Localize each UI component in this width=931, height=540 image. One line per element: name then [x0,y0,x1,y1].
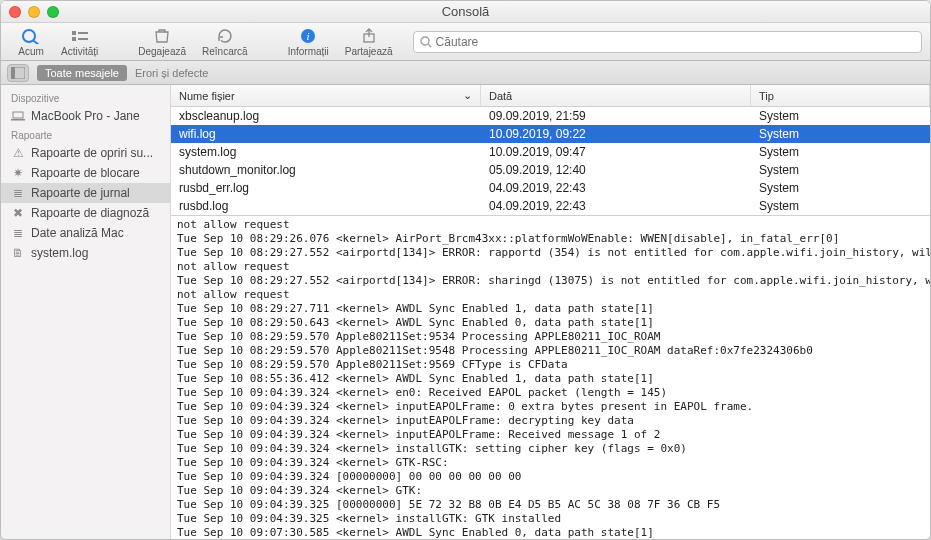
svg-rect-14 [11,119,25,121]
sidebar-item-label: Rapoarte de opriri su... [31,146,153,160]
sidebar-item-label: Rapoarte de blocare [31,166,140,180]
info-label: Informații [288,46,329,57]
log-content[interactable]: not allow request Tue Sep 10 08:29:26.07… [171,216,930,539]
now-icon [20,27,42,45]
reload-icon [214,27,236,45]
main: Nume fișier ⌄ Dată Tip xbscleanup.log09.… [171,85,930,539]
sidebar-report-item[interactable]: ≣Rapoarte de jurnal [1,183,170,203]
sidebar-item-label: system.log [31,246,88,260]
report-icon: ✷ [11,166,25,180]
cell-date: 04.09.2019, 22:43 [481,197,751,215]
sidebar-item-label: Date analiză Mac [31,226,124,240]
log-table: Nume fișier ⌄ Dată Tip xbscleanup.log09.… [171,85,930,216]
reload-label: Reîncarcă [202,46,248,57]
filter-bar: Toate mesajele Erori și defecte [1,61,930,85]
svg-rect-12 [11,67,15,79]
svg-rect-4 [78,32,88,34]
share-icon [358,27,380,45]
cell-filename: rusbd.log [171,197,481,215]
sidebar-item-label: MacBook Pro - Jane [31,109,140,123]
table-row[interactable]: rusbd.log04.09.2019, 22:43System [171,197,930,215]
log-text: not allow request Tue Sep 10 08:29:26.07… [171,216,930,539]
sidebar-devices-header: Dispozitive [1,89,170,106]
cell-filename: wifi.log [171,125,481,143]
search-input[interactable] [436,35,915,49]
filter-all-messages[interactable]: Toate mesajele [37,65,127,81]
window-title: Consolă [1,4,930,19]
now-label: Acum [18,46,44,57]
col-filename[interactable]: Nume fișier ⌄ [171,85,481,106]
reload-button[interactable]: Reîncarcă [194,25,256,59]
activities-label: Activități [61,46,98,57]
now-button[interactable]: Acum [9,25,53,59]
table-row[interactable]: rusbd_err.log04.09.2019, 22:43System [171,179,930,197]
cell-filename: xbscleanup.log [171,107,481,125]
traffic-lights [9,6,59,18]
cell-filename: shutdown_monitor.log [171,161,481,179]
console-window: Consolă Acum Activități Deg [0,0,931,540]
cell-type: System [751,107,930,125]
report-icon: ≣ [11,186,25,200]
info-icon: i [297,27,319,45]
cell-type: System [751,197,930,215]
sidebar-report-item[interactable]: ≣Date analiză Mac [1,223,170,243]
close-icon[interactable] [9,6,21,18]
svg-line-10 [428,44,431,47]
svg-rect-2 [72,31,76,35]
zoom-icon[interactable] [47,6,59,18]
laptop-icon [11,109,25,123]
report-icon: ⚠ [11,146,25,160]
table-row[interactable]: system.log10.09.2019, 09:47System [171,143,930,161]
svg-rect-13 [13,112,23,118]
minimize-icon[interactable] [28,6,40,18]
titlebar: Consolă [1,1,930,23]
cell-filename: system.log [171,143,481,161]
cell-type: System [751,179,930,197]
col-date[interactable]: Dată [481,85,751,106]
share-label: Partajează [345,46,393,57]
report-icon: 🗎 [11,246,25,260]
cell-filename: rusbd_err.log [171,179,481,197]
sidebar-report-item[interactable]: ✖Rapoarte de diagnoză [1,203,170,223]
filter-errors[interactable]: Erori și defecte [135,67,208,79]
clear-button[interactable]: Degajează [130,25,194,59]
cell-type: System [751,125,930,143]
sidebar-item-label: Rapoarte de diagnoză [31,206,149,220]
search-field[interactable] [413,31,922,53]
report-icon: ≣ [11,226,25,240]
sidebar-report-item[interactable]: ⚠Rapoarte de opriri su... [1,143,170,163]
cell-type: System [751,161,930,179]
body: Dispozitive MacBook Pro - Jane Rapoarte … [1,85,930,539]
sidebar-report-item[interactable]: ✷Rapoarte de blocare [1,163,170,183]
sidebar-reports-header: Rapoarte [1,126,170,143]
table-row[interactable]: wifi.log10.09.2019, 09:22System [171,125,930,143]
svg-line-1 [34,41,39,44]
cell-date: 04.09.2019, 22:43 [481,179,751,197]
svg-rect-3 [72,37,76,41]
report-icon: ✖ [11,206,25,220]
cell-date: 10.09.2019, 09:22 [481,125,751,143]
sort-chevron-icon: ⌄ [463,89,472,102]
cell-date: 05.09.2019, 12:40 [481,161,751,179]
sidebar-toggle[interactable] [7,64,29,82]
table-row[interactable]: xbscleanup.log09.09.2019, 21:59System [171,107,930,125]
cell-date: 10.09.2019, 09:47 [481,143,751,161]
trash-icon [151,27,173,45]
table-header: Nume fișier ⌄ Dată Tip [171,85,930,107]
share-button[interactable]: Partajează [337,25,401,59]
sidebar-device[interactable]: MacBook Pro - Jane [1,106,170,126]
clear-label: Degajează [138,46,186,57]
svg-point-0 [23,30,35,42]
cell-type: System [751,143,930,161]
activities-button[interactable]: Activități [53,25,106,59]
activities-icon [69,27,91,45]
cell-date: 09.09.2019, 21:59 [481,107,751,125]
toolbar: Acum Activități Degajează Reînca [1,23,930,61]
info-button[interactable]: i Informații [280,25,337,59]
sidebar-report-item[interactable]: 🗎system.log [1,243,170,263]
sidebar-item-label: Rapoarte de jurnal [31,186,130,200]
col-type[interactable]: Tip [751,85,930,106]
table-row[interactable]: shutdown_monitor.log05.09.2019, 12:40Sys… [171,161,930,179]
svg-text:i: i [307,30,310,42]
search-icon [420,36,432,48]
